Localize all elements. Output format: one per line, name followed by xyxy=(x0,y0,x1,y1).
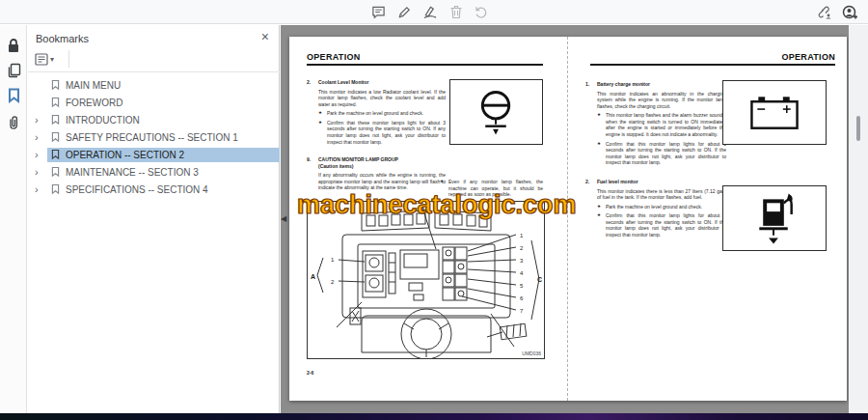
comment-icon[interactable] xyxy=(368,3,388,21)
taskbar-sliver xyxy=(0,413,868,420)
star-bullet-icon: ★ xyxy=(597,204,606,210)
document-viewport: ◀ OPERATION 2. Coolant Level Monitor Thi… xyxy=(281,25,849,413)
star-bullet-icon: ★ xyxy=(597,141,606,166)
bookmark-glyph-icon xyxy=(51,183,60,195)
bookmark-item-safety-precautions[interactable]: › SAFETY PRECAUTIONS -- SECTION 1 xyxy=(28,128,280,146)
section-title: Fuel level monitor xyxy=(597,179,726,185)
bookmarks-panel: Bookmarks × ▾ MAIN MENU FOREWORD › INTRO… xyxy=(28,25,280,413)
section-battery-charge-monitor: 1. Battery charge monitor This monitor i… xyxy=(585,81,726,166)
bookmarks-panel-title: Bookmarks xyxy=(36,33,89,44)
section-caution-monitor-lamp-group: 9. CAUTION MONITOR LAMP GROUP (Caution i… xyxy=(307,156,446,191)
chevron-right-icon[interactable]: › xyxy=(35,114,47,126)
chevron-right-icon[interactable]: › xyxy=(35,183,47,195)
share-icon[interactable] xyxy=(813,3,832,21)
paperclip-icon[interactable] xyxy=(5,114,22,131)
top-toolbar xyxy=(0,0,868,24)
bullet-text: Confirm that this monitor lamp lights fo… xyxy=(606,212,726,238)
page-number: 2-6 xyxy=(307,370,313,376)
diagram-label-a: A xyxy=(311,273,315,280)
bookmark-item-label: SAFETY PRECAUTIONS -- SECTION 1 xyxy=(66,132,238,143)
close-icon[interactable]: × xyxy=(261,30,269,43)
chevron-right-icon[interactable]: › xyxy=(35,131,47,143)
bookmark-glyph-icon xyxy=(51,131,60,143)
svg-text:1: 1 xyxy=(520,233,524,238)
bullet-text: Park the machine on level ground and che… xyxy=(606,204,726,210)
star-bullet-icon: ★ xyxy=(597,212,606,238)
bookmark-item-label: OPERATION -- SECTION 2 xyxy=(66,150,184,160)
bookmark-item-specifications[interactable]: › SPECIFICATIONS -- SECTION 4 xyxy=(28,181,280,198)
fuel-level-symbol xyxy=(722,185,827,251)
svg-text:6: 6 xyxy=(520,295,524,301)
svg-text:3: 3 xyxy=(520,258,524,264)
bullet-text: Park the machine on level ground and che… xyxy=(327,110,446,117)
section-paragraph: If any abnormality occurs while the engi… xyxy=(318,172,446,191)
monitor-panel-diagram: A B C 1 2 1 2 3 4 5 6 7 UMD036 xyxy=(307,201,545,359)
diagram-label-c: C xyxy=(537,276,542,283)
page-spread: OPERATION 2. Coolant Level Monitor This … xyxy=(289,37,847,401)
section-coolant-level-monitor: 2. Coolant Level Monitor This monitor in… xyxy=(307,79,446,145)
section-subtitle: (Caution items) xyxy=(318,163,446,170)
bullet-text: Confirm that this monitor lamp lights fo… xyxy=(606,141,726,166)
star-bullet-icon: ★ xyxy=(318,120,327,145)
section-paragraph: This monitor indicates there is less tha… xyxy=(597,188,726,201)
sign-icon[interactable] xyxy=(420,3,440,21)
section-paragraph: This monitor indicates a low Radiator co… xyxy=(318,89,446,108)
section-number: 1. xyxy=(585,81,589,87)
svg-text:5: 5 xyxy=(520,283,524,289)
scrollbar-thumb[interactable] xyxy=(856,116,860,141)
bookmark-item-introduction[interactable]: › INTRODUCTION xyxy=(28,111,280,128)
svg-text:2: 2 xyxy=(520,245,524,251)
bookmark-item-label: MAIN MENU xyxy=(66,80,121,91)
vertical-scrollbar[interactable] xyxy=(849,25,868,413)
section-number: 2. xyxy=(585,179,589,184)
left-tool-strip xyxy=(0,25,27,413)
bullet-text: Confirm that these monitor lamps light f… xyxy=(327,120,446,145)
bookmark-item-maintenance[interactable]: › MAINTENANCE -- SECTION 3 xyxy=(28,163,280,181)
lock-icon[interactable] xyxy=(5,37,22,54)
figure-code: UMD036 xyxy=(522,350,541,356)
svg-text:7: 7 xyxy=(520,308,524,314)
bookmark-glyph-icon xyxy=(51,166,60,178)
section-title: Battery charge monitor xyxy=(597,81,726,88)
chevron-right-icon[interactable]: › xyxy=(35,149,47,160)
svg-text:2: 2 xyxy=(331,279,335,285)
bullet-text: This monitor lamp flashes and the alarm … xyxy=(606,112,726,137)
bookmark-icon[interactable] xyxy=(5,87,22,104)
coolant-level-symbol xyxy=(449,79,543,145)
battery-charge-symbol xyxy=(722,80,827,145)
star-bullet-icon: ★ xyxy=(597,112,606,137)
undo-icon[interactable] xyxy=(471,3,490,21)
copy-pages-icon[interactable] xyxy=(5,62,22,79)
bookmark-glyph-icon xyxy=(51,149,60,160)
section-paragraph: This monitor indicates an abnormality in… xyxy=(597,91,726,110)
bookmark-item-main-menu[interactable]: MAIN MENU xyxy=(28,76,280,94)
bookmark-glyph-icon xyxy=(51,114,60,126)
section-number: 2. xyxy=(307,79,311,85)
bookmark-item-label: SPECIFICATIONS -- SECTION 4 xyxy=(66,184,208,195)
chevron-down-icon: ▾ xyxy=(50,55,54,64)
bookmark-item-label: INTRODUCTION xyxy=(66,115,140,126)
bookmark-item-operation[interactable]: › OPERATION -- SECTION 2 xyxy=(28,146,280,163)
svg-text:1: 1 xyxy=(331,257,335,263)
bookmark-item-label: FOREWORD xyxy=(66,98,122,108)
watermark: machinecatalogic.com xyxy=(297,190,577,220)
bookmark-glyph-icon xyxy=(51,79,60,91)
star-bullet-icon: ★ xyxy=(318,110,327,117)
chevron-right-icon[interactable]: › xyxy=(35,166,47,178)
bookmark-item-label: MAINTENANCE -- SECTION 3 xyxy=(66,167,199,178)
bookmark-glyph-icon xyxy=(51,97,60,108)
section-fuel-level-monitor: 2. Fuel level monitor This monitor indic… xyxy=(585,179,726,238)
left-page-header: OPERATION xyxy=(307,52,361,62)
collapse-panel-icon[interactable]: ◀ xyxy=(281,214,286,223)
bookmark-options-button[interactable]: ▾ xyxy=(35,51,64,67)
account-add-icon[interactable] xyxy=(840,3,859,21)
pen-icon[interactable] xyxy=(394,3,414,21)
bookmark-item-foreword[interactable]: FOREWORD xyxy=(28,94,280,111)
delete-icon[interactable] xyxy=(447,3,466,21)
bookmark-list: MAIN MENU FOREWORD › INTRODUCTION › SAFE… xyxy=(28,76,280,198)
svg-text:4: 4 xyxy=(520,270,524,276)
right-page-header: OPERATION xyxy=(590,52,835,62)
section-title: Coolant Level Monitor xyxy=(318,79,446,86)
section-number: 9. xyxy=(307,156,311,162)
